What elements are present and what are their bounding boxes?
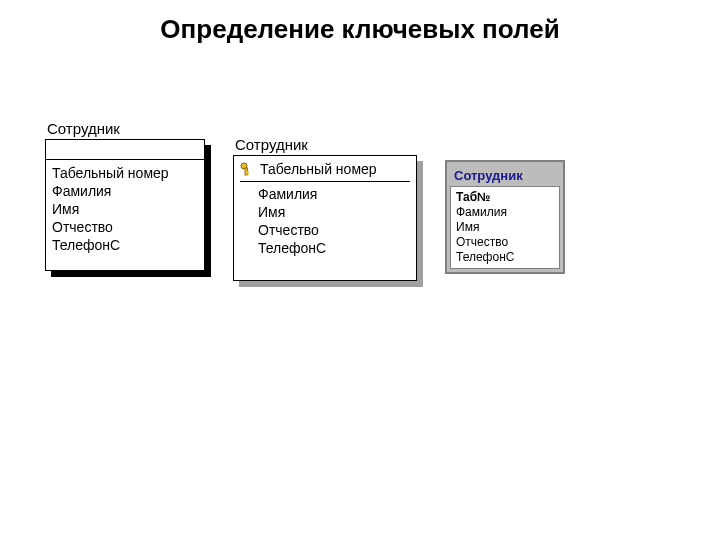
slide-title: Определение ключевых полей [0,14,720,45]
field-row: Имя [240,203,410,221]
panel-3-field-list: Таб№ Фамилия Имя Отчество ТелефонС [450,186,560,269]
panel-1-caption: Сотрудник [45,120,205,137]
field-row: Имя [456,220,554,235]
field-row: Имя [52,200,198,218]
panel-3: Сотрудник Таб№ Фамилия Имя Отчество Теле… [445,160,565,274]
stage: Сотрудник Табельный номер Фамилия Имя От… [45,120,565,281]
panel-1-selection-band [46,140,204,160]
panel-2-box: Табельный номер Фамилия Имя Отчество Тел… [233,155,417,281]
panel-3-outer: Сотрудник Таб№ Фамилия Имя Отчество Теле… [445,160,565,274]
panel-3-wrap: Сотрудник Таб№ Фамилия Имя Отчество Теле… [445,136,565,274]
panel-1-wrap: Сотрудник Табельный номер Фамилия Имя От… [45,120,205,271]
panel-2-field-list: Табельный номер Фамилия Имя Отчество Тел… [234,156,416,261]
field-row: Фамилия [52,182,198,200]
field-row: ТелефонС [240,239,410,257]
primary-key-label: Таб№ [456,190,554,205]
panel-1: Табельный номер Фамилия Имя Отчество Тел… [45,139,205,271]
primary-key-icon [240,162,254,176]
svg-rect-3 [247,173,249,175]
svg-rect-2 [247,171,249,173]
field-row: Отчество [52,218,198,236]
field-row: Табельный номер [52,164,198,182]
field-row: Отчество [240,221,410,239]
panel-2-wrap: Сотрудник Табельный номер [233,136,417,281]
field-row: Отчество [456,235,554,250]
panel-3-title: Сотрудник [450,165,560,186]
field-row: Фамилия [456,205,554,220]
panel-2: Табельный номер Фамилия Имя Отчество Тел… [233,155,417,281]
field-row: Фамилия [240,185,410,203]
panel-1-field-list: Табельный номер Фамилия Имя Отчество Тел… [46,160,204,258]
field-row: ТелефонС [52,236,198,254]
panel-1-box: Табельный номер Фамилия Имя Отчество Тел… [45,139,205,271]
key-field-row: Табельный номер [240,160,410,182]
field-row: ТелефонС [456,250,554,265]
key-field-label: Табельный номер [260,160,377,178]
panel-2-caption: Сотрудник [233,136,417,153]
